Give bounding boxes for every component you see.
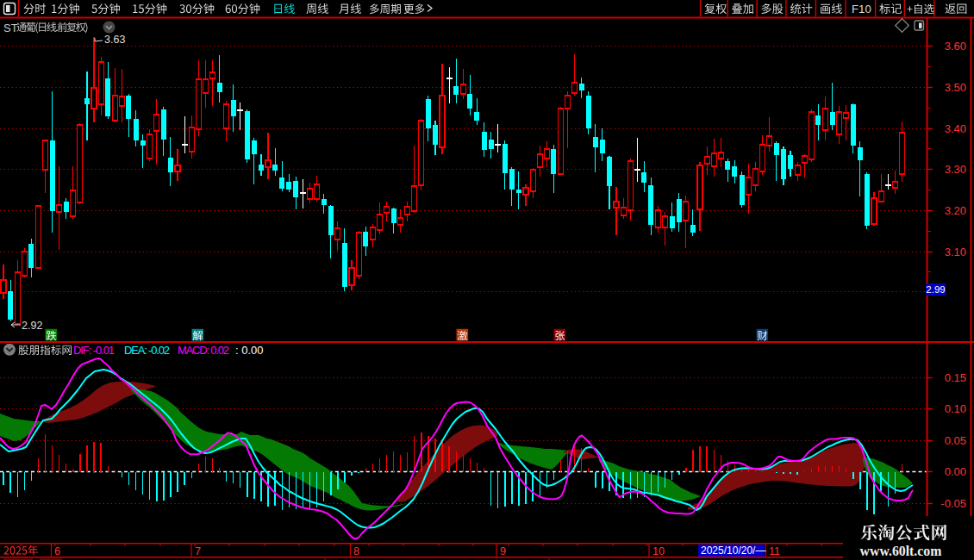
svg-text:3.30: 3.30 — [945, 163, 966, 176]
svg-text:3.60: 3.60 — [945, 40, 966, 53]
svg-text:MACD: 0.02: MACD: 0.02 — [178, 344, 229, 357]
svg-text:0.00: 0.00 — [945, 465, 966, 478]
svg-text:2025/10/20/—: 2025/10/20/— — [701, 544, 765, 557]
svg-text:DIF: -0.01: DIF: -0.01 — [73, 344, 115, 357]
svg-text:: 0.00: : 0.00 — [235, 344, 264, 357]
svg-text:DEA: -0.02: DEA: -0.02 — [124, 344, 170, 357]
svg-text:0.05: 0.05 — [945, 434, 966, 447]
svg-text:3.63: 3.63 — [104, 34, 125, 46]
svg-text:7: 7 — [195, 545, 201, 557]
svg-text:3.10: 3.10 — [945, 246, 966, 258]
svg-text:6: 6 — [54, 545, 60, 557]
svg-text:www.60lt.com: www.60lt.com — [860, 544, 942, 558]
svg-text:0.15: 0.15 — [945, 371, 966, 384]
svg-text:10: 10 — [652, 545, 665, 557]
svg-text:ST: ST — [3, 22, 18, 34]
svg-text:-0.05: -0.05 — [940, 497, 966, 510]
svg-text:3.40: 3.40 — [945, 122, 966, 135]
svg-text:F10: F10 — [852, 3, 871, 16]
svg-text:9: 9 — [500, 545, 506, 557]
svg-text:3.50: 3.50 — [945, 81, 966, 94]
svg-text:8: 8 — [353, 545, 359, 557]
svg-text:11: 11 — [769, 545, 780, 557]
svg-text:0.10: 0.10 — [945, 402, 966, 415]
svg-text:2.99: 2.99 — [926, 284, 945, 295]
svg-text:3.20: 3.20 — [945, 204, 966, 217]
svg-text:2.92: 2.92 — [22, 320, 42, 332]
